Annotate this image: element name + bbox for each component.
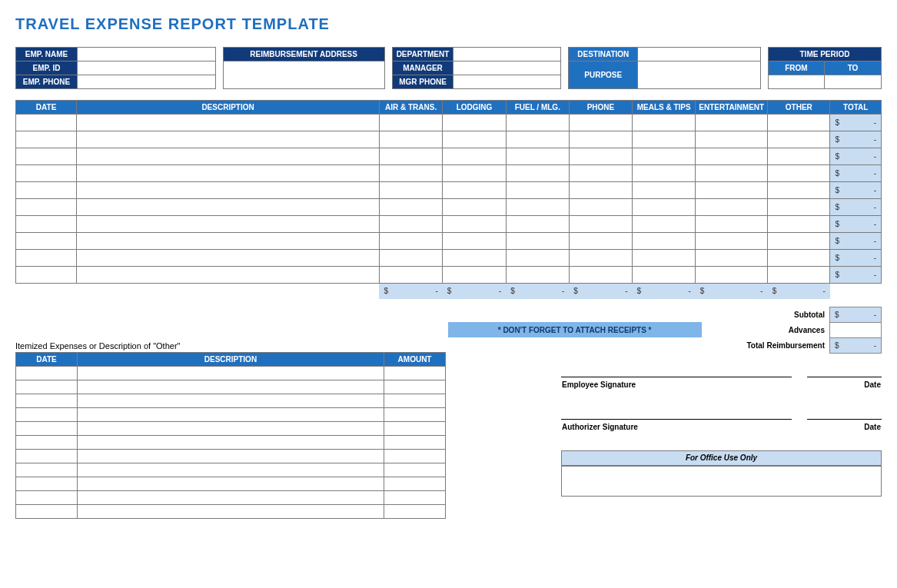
input-emp-id[interactable] [77, 61, 215, 75]
cell-desc[interactable] [77, 394, 384, 407]
cell-ent[interactable] [696, 131, 768, 148]
cell-amount[interactable] [384, 421, 446, 435]
cell-air[interactable] [379, 199, 442, 216]
cell-fuel[interactable] [506, 267, 569, 284]
cell-phone[interactable] [569, 131, 632, 148]
cell-date[interactable] [16, 148, 77, 165]
cell-lodging[interactable] [443, 182, 506, 199]
cell-fuel[interactable] [506, 131, 569, 148]
cell-phone[interactable] [569, 182, 632, 199]
cell-amount[interactable] [384, 463, 446, 477]
cell-air[interactable] [379, 267, 442, 284]
cell-lodging[interactable] [443, 131, 506, 148]
cell-desc[interactable] [77, 407, 384, 421]
cell-other[interactable] [768, 250, 830, 267]
input-from[interactable] [769, 75, 825, 89]
input-destination[interactable] [638, 48, 761, 61]
cell-other[interactable] [768, 233, 830, 250]
cell-phone[interactable] [569, 148, 632, 165]
input-manager[interactable] [453, 61, 561, 75]
cell-lodging[interactable] [443, 216, 506, 233]
cell-lodging[interactable] [443, 267, 506, 284]
cell-desc[interactable] [77, 267, 380, 284]
cell-desc[interactable] [77, 366, 384, 380]
input-emp-name[interactable] [77, 48, 215, 61]
cell-lodging[interactable] [443, 250, 506, 267]
cell-amount[interactable] [384, 477, 446, 490]
cell-date[interactable] [16, 504, 78, 518]
cell-meals[interactable] [633, 182, 696, 199]
cell-ent[interactable] [696, 148, 768, 165]
cell-air[interactable] [379, 233, 442, 250]
cell-air[interactable] [379, 165, 442, 182]
cell-other[interactable] [768, 131, 830, 148]
cell-date[interactable] [16, 394, 78, 407]
cell-meals[interactable] [633, 148, 696, 165]
cell-desc[interactable] [77, 115, 380, 131]
cell-other[interactable] [768, 182, 830, 199]
cell-date[interactable] [16, 216, 77, 233]
cell-amount[interactable] [384, 407, 446, 421]
cell-date[interactable] [16, 490, 78, 504]
input-to[interactable] [824, 75, 881, 89]
cell-lodging[interactable] [443, 233, 506, 250]
cell-date[interactable] [16, 421, 78, 435]
cell-date[interactable] [16, 233, 77, 250]
cell-date[interactable] [16, 165, 77, 182]
cell-meals[interactable] [633, 115, 696, 131]
cell-air[interactable] [379, 148, 442, 165]
cell-ent[interactable] [696, 199, 768, 216]
cell-other[interactable] [768, 199, 830, 216]
cell-fuel[interactable] [506, 148, 569, 165]
cell-date[interactable] [16, 131, 77, 148]
cell-lodging[interactable] [443, 148, 506, 165]
input-mgr-phone[interactable] [453, 75, 561, 89]
cell-phone[interactable] [569, 216, 632, 233]
cell-fuel[interactable] [506, 216, 569, 233]
cell-date[interactable] [16, 435, 78, 449]
cell-date[interactable] [16, 115, 77, 131]
cell-fuel[interactable] [506, 182, 569, 199]
cell-desc[interactable] [77, 148, 380, 165]
cell-phone[interactable] [569, 233, 632, 250]
cell-air[interactable] [379, 216, 442, 233]
cell-lodging[interactable] [443, 199, 506, 216]
cell-fuel[interactable] [506, 233, 569, 250]
input-purpose[interactable] [638, 61, 761, 89]
cell-ent[interactable] [696, 216, 768, 233]
cell-fuel[interactable] [506, 250, 569, 267]
cell-desc[interactable] [77, 463, 384, 477]
cell-meals[interactable] [633, 131, 696, 148]
cell-desc[interactable] [77, 490, 384, 504]
cell-date[interactable] [16, 449, 78, 463]
cell-date[interactable] [16, 366, 78, 380]
cell-ent[interactable] [696, 233, 768, 250]
cell-amount[interactable] [384, 504, 446, 518]
cell-desc[interactable] [77, 131, 380, 148]
cell-desc[interactable] [77, 421, 384, 435]
cell-other[interactable] [768, 148, 830, 165]
cell-desc[interactable] [77, 233, 380, 250]
cell-meals[interactable] [633, 199, 696, 216]
input-reimb-addr[interactable] [223, 61, 384, 89]
cell-phone[interactable] [569, 267, 632, 284]
cell-other[interactable] [768, 165, 830, 182]
cell-air[interactable] [379, 131, 442, 148]
cell-desc[interactable] [77, 449, 384, 463]
cell-phone[interactable] [569, 165, 632, 182]
cell-desc[interactable] [77, 216, 380, 233]
cell-date[interactable] [16, 250, 77, 267]
cell-ent[interactable] [696, 165, 768, 182]
cell-desc[interactable] [77, 250, 380, 267]
cell-amount[interactable] [384, 490, 446, 504]
cell-date[interactable] [16, 267, 77, 284]
cell-amount[interactable] [384, 435, 446, 449]
cell-ent[interactable] [696, 115, 768, 131]
cell-desc[interactable] [77, 182, 380, 199]
cell-meals[interactable] [633, 216, 696, 233]
value-advances[interactable] [830, 322, 882, 337]
cell-fuel[interactable] [506, 199, 569, 216]
cell-air[interactable] [379, 250, 442, 267]
cell-lodging[interactable] [443, 115, 506, 131]
cell-meals[interactable] [633, 250, 696, 267]
